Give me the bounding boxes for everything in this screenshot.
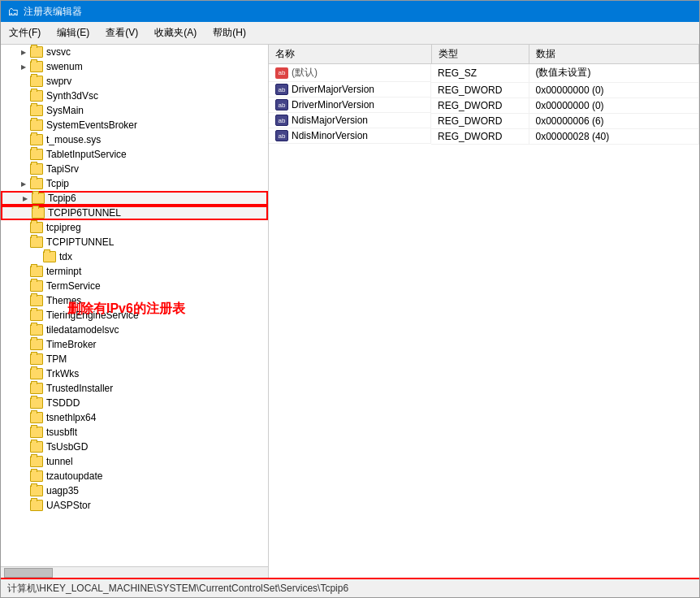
cell-name: abNdisMinorVersion <box>269 128 431 144</box>
folder-icon <box>30 324 43 336</box>
tree-label: tunnel <box>46 456 73 467</box>
tree-item[interactable]: tiledatamodelsvc <box>1 323 268 337</box>
menu-item[interactable]: 查看(V) <box>97 24 146 42</box>
h-scroll-thumb[interactable] <box>4 568 53 578</box>
folder-icon <box>30 236 43 248</box>
dword-icon: ab <box>275 130 288 141</box>
table-row[interactable]: abNdisMajorVersionREG_DWORD0x00000006 (6… <box>269 113 699 128</box>
tree-item[interactable]: ▶svsvc <box>1 45 268 59</box>
tree-item[interactable]: tsusbflt <box>1 425 268 440</box>
tree-item[interactable]: ▶Tcpip <box>1 176 268 191</box>
tree-expander <box>19 206 32 219</box>
tree-item[interactable]: SystemEventsBroker <box>1 118 268 132</box>
tree-item[interactable]: tsnethlpx64 <box>1 410 268 425</box>
tree-label: TCPIP6TUNNEL <box>48 207 121 219</box>
folder-icon <box>30 163 43 175</box>
tree-expander[interactable]: ▶ <box>17 46 30 58</box>
tree-item[interactable]: TCPIP6TUNNEL <box>1 206 268 220</box>
value-name: NdisMinorVersion <box>292 130 368 141</box>
tree-item[interactable]: TrkWks <box>1 366 268 381</box>
folder-icon <box>30 295 43 306</box>
tree-item[interactable]: TabletInputService <box>1 147 268 162</box>
folder-icon <box>30 441 43 453</box>
cell-type: REG_DWORD <box>431 128 529 144</box>
tree-item[interactable]: ▶swenum <box>1 59 268 74</box>
folder-icon <box>30 46 43 58</box>
tree-item[interactable]: Synth3dVsc <box>1 89 268 103</box>
tree-label: swenum <box>46 61 83 72</box>
tree-expander <box>17 382 30 395</box>
folder-icon <box>32 207 45 219</box>
value-name: NdisMajorVersion <box>292 115 368 126</box>
tree-item[interactable]: TSDDD <box>1 396 268 410</box>
tree-item[interactable]: tdx <box>1 249 268 264</box>
cell-data: 0x00000028 (40) <box>529 128 699 144</box>
tree-label: swprv <box>46 76 71 87</box>
tree-label: uagp35 <box>46 485 79 496</box>
tree-label: tsnethlpx64 <box>46 412 96 423</box>
tree-item[interactable]: swprv <box>1 74 268 89</box>
cell-data: 0x00000000 (0) <box>529 82 699 98</box>
table-row[interactable]: abNdisMinorVersionREG_DWORD0x00000028 (4… <box>269 128 699 144</box>
tree-item[interactable]: TimeBroker <box>1 337 268 352</box>
tree-item[interactable]: tunnel <box>1 454 268 469</box>
tree-item[interactable]: TsUsbGD <box>1 440 268 454</box>
tree-expander <box>17 133 30 146</box>
tree-item[interactable]: SysMain <box>1 103 268 118</box>
tree-expander[interactable]: ▶ <box>19 192 32 205</box>
tree-label: t_mouse.sys <box>46 134 101 145</box>
tree-label: TCPIPTUNNEL <box>46 236 114 248</box>
tree-item[interactable]: TieringEngineService <box>1 308 268 323</box>
tree-item[interactable]: terminpt <box>1 264 268 279</box>
tree-expander <box>17 396 30 410</box>
tree-item[interactable]: TCPIPTUNNEL <box>1 235 268 249</box>
tree-item[interactable]: tzautoupdate <box>1 469 268 483</box>
tree-item[interactable]: TPM <box>1 352 268 366</box>
tree-item[interactable]: ▶Tcpip6 <box>1 191 268 206</box>
tree-label: TsUsbGD <box>46 441 88 453</box>
right-scroll[interactable]: 名称 类型 数据 ab(默认)REG_SZ(数值未设置)abDriverMajo… <box>269 45 699 578</box>
tree-item[interactable]: TrustedInstaller <box>1 381 268 396</box>
tree-expander <box>17 499 30 512</box>
table-row[interactable]: abDriverMajorVersionREG_DWORD0x00000000 … <box>269 82 699 98</box>
tree-item[interactable]: TapiSrv <box>1 162 268 176</box>
tree-label: TSDDD <box>46 397 80 409</box>
menu-item[interactable]: 收藏夹(A) <box>146 24 205 42</box>
tree-scroll[interactable]: ▶svsvc▶swenumswprvSynth3dVscSysMainSyste… <box>1 45 268 566</box>
menu-item[interactable]: 文件(F) <box>1 24 49 42</box>
folder-icon <box>30 368 43 379</box>
dword-icon: ab <box>275 84 288 95</box>
table-row[interactable]: abDriverMinorVersionREG_DWORD0x00000000 … <box>269 98 699 113</box>
ab-icon: ab <box>275 67 288 79</box>
cell-name: ab(默认) <box>269 64 431 82</box>
tree-expander[interactable]: ▶ <box>17 60 30 73</box>
folder-icon <box>30 280 43 292</box>
dword-icon: ab <box>275 99 288 110</box>
tree-item[interactable]: uagp35 <box>1 483 268 498</box>
cell-name: abDriverMinorVersion <box>269 98 431 113</box>
folder-icon <box>43 251 56 262</box>
tree-item[interactable]: tcpipreg <box>1 220 268 235</box>
tree-item[interactable]: UASPStor <box>1 498 268 513</box>
tree-item[interactable]: TermService <box>1 279 268 293</box>
folder-icon <box>30 353 43 365</box>
cell-data: 0x00000000 (0) <box>529 98 699 113</box>
tree-item[interactable]: Themes <box>1 293 268 308</box>
menu-item[interactable]: 帮助(H) <box>205 24 254 42</box>
cell-type: REG_SZ <box>431 64 529 83</box>
menu-item[interactable]: 编辑(E) <box>49 24 97 42</box>
col-data[interactable]: 数据 <box>529 45 699 64</box>
horizontal-scrollbar[interactable] <box>1 566 268 578</box>
col-name[interactable]: 名称 <box>269 45 431 64</box>
title-bar: 🗂 注册表编辑器 <box>1 1 699 22</box>
menu-bar: 文件(F)编辑(E)查看(V)收藏夹(A)帮助(H) <box>1 22 699 45</box>
tree-expander <box>17 280 30 292</box>
col-type[interactable]: 类型 <box>431 45 529 64</box>
folder-icon <box>30 310 43 321</box>
tree-item[interactable]: t_mouse.sys <box>1 132 268 147</box>
tree-expander[interactable]: ▶ <box>17 177 30 190</box>
table-row[interactable]: ab(默认)REG_SZ(数值未设置) <box>269 64 699 83</box>
tree-label: tsusbflt <box>46 427 77 438</box>
tree-expander <box>17 470 30 483</box>
folder-icon <box>30 397 43 409</box>
